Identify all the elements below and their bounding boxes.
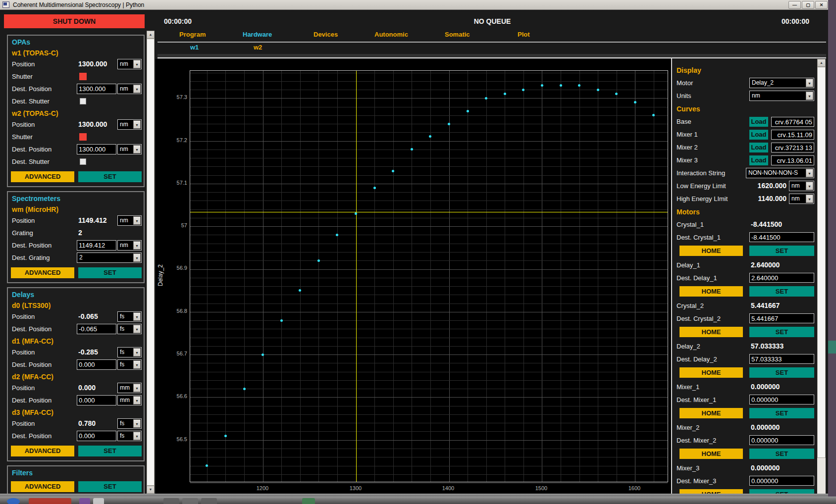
units-select[interactable]: nm ▼	[749, 91, 814, 101]
unit-select[interactable]: nm▼	[117, 84, 142, 94]
unit-select[interactable]: nm▼	[117, 144, 142, 154]
unit-select[interactable]: fs▼	[117, 431, 142, 441]
motor-dest-input[interactable]	[749, 395, 814, 404]
app-icon-6[interactable]	[302, 498, 315, 504]
tab-devices[interactable]: Devices	[314, 31, 338, 38]
chevron-down-icon[interactable]: ▼	[133, 396, 141, 404]
curve-file-field[interactable]	[771, 155, 814, 165]
tab-hardware[interactable]: Hardware	[243, 31, 272, 38]
chevron-down-icon[interactable]: ▼	[806, 182, 813, 190]
motor-dest-input[interactable]	[749, 232, 814, 242]
set-button[interactable]: SET	[749, 449, 814, 459]
advanced-button[interactable]: ADVANCED	[11, 446, 74, 456]
chevron-down-icon[interactable]: ▼	[133, 120, 141, 129]
unit-select[interactable]: nm▼	[117, 240, 142, 251]
close-button[interactable]: ✕	[815, 1, 828, 9]
curve-file-field[interactable]	[771, 117, 814, 127]
motor-dest-input[interactable]	[749, 273, 814, 283]
load-button[interactable]: Load	[749, 130, 768, 140]
motor-dest-input[interactable]	[749, 476, 814, 486]
advanced-button[interactable]: ADVANCED	[11, 171, 74, 182]
browser-button[interactable]	[29, 498, 71, 504]
advanced-button[interactable]: ADVANCED	[11, 267, 74, 278]
home-button[interactable]: HOME	[679, 367, 743, 378]
dest-shutter-checkbox[interactable]	[80, 158, 86, 165]
grating-select[interactable]: 2▼	[77, 252, 142, 263]
home-button[interactable]: HOME	[679, 408, 743, 418]
dest-position-input[interactable]	[77, 431, 116, 441]
interaction-string-select[interactable]: NON-NON-NON-S ▼	[746, 168, 814, 178]
motor-dest-input[interactable]	[749, 435, 814, 445]
tab-autonomic[interactable]: Autonomic	[374, 31, 408, 38]
chevron-down-icon[interactable]: ▼	[133, 360, 141, 369]
chevron-down-icon[interactable]: ▼	[133, 253, 141, 262]
unit-select[interactable]: fs▼	[117, 418, 142, 429]
unit-select[interactable]: fs▼	[117, 324, 142, 334]
curve-file-field[interactable]	[771, 130, 814, 140]
panel-scrollbar[interactable]: ▲ ▼	[817, 59, 826, 504]
home-button[interactable]: HOME	[679, 286, 743, 297]
chevron-down-icon[interactable]: ▼	[133, 241, 141, 250]
app-icon-1[interactable]	[79, 498, 90, 504]
chevron-down-icon[interactable]: ▼	[133, 419, 141, 428]
unit-select[interactable]: nm▼	[117, 59, 142, 69]
motor-dest-input[interactable]	[749, 354, 814, 364]
dest-shutter-checkbox[interactable]	[80, 98, 86, 104]
chevron-down-icon[interactable]: ▼	[806, 195, 813, 203]
chevron-down-icon[interactable]: ▼	[133, 60, 141, 68]
unit-select[interactable]: fs▼	[117, 347, 142, 357]
chevron-down-icon[interactable]: ▼	[133, 348, 141, 356]
unit-select[interactable]: fs▼	[117, 359, 142, 370]
unit-select[interactable]: mm▼	[117, 383, 142, 393]
set-button[interactable]: SET	[78, 446, 142, 456]
tab-program[interactable]: Program	[179, 31, 206, 38]
scroll-up-icon[interactable]: ▲	[147, 31, 155, 39]
high-energy-unit-select[interactable]: nm ▼	[789, 194, 814, 204]
sidebar-scrollbar[interactable]: ▲ ▼	[147, 31, 155, 494]
scrollbar-thumb[interactable]	[147, 39, 155, 486]
tab-somatic[interactable]: Somatic	[445, 31, 470, 38]
load-button[interactable]: Load	[749, 143, 768, 152]
subtab-w1[interactable]: w1	[190, 44, 199, 51]
chevron-down-icon[interactable]: ▼	[806, 169, 813, 177]
set-button[interactable]: SET	[749, 327, 814, 337]
minimize-button[interactable]: —	[788, 1, 801, 9]
chevron-down-icon[interactable]: ▼	[133, 325, 141, 333]
app-icon-5[interactable]	[201, 498, 217, 504]
taskbar[interactable]	[0, 497, 836, 504]
unit-select[interactable]: mm▼	[117, 395, 142, 405]
load-button[interactable]: Load	[749, 155, 768, 165]
chevron-down-icon[interactable]: ▼	[133, 85, 141, 93]
app-icon-4[interactable]	[182, 498, 198, 504]
app-icon-2[interactable]	[93, 498, 104, 504]
start-orb[interactable]	[7, 498, 20, 504]
low-energy-unit-select[interactable]: nm ▼	[789, 181, 814, 191]
chevron-down-icon[interactable]: ▼	[806, 92, 813, 100]
home-button[interactable]: HOME	[679, 246, 743, 256]
scroll-down-icon[interactable]: ▼	[147, 486, 155, 494]
dest-position-input[interactable]	[77, 359, 116, 370]
home-button[interactable]: HOME	[679, 449, 743, 459]
curve-file-field[interactable]	[771, 143, 814, 152]
calibration-plot[interactable]: Delay_2 nm 57.357.257.15756.956.856.756.…	[156, 59, 671, 504]
chevron-down-icon[interactable]: ▼	[133, 216, 141, 225]
motor-dest-input[interactable]	[749, 313, 814, 323]
motor-select[interactable]: Delay_2 ▼	[749, 78, 814, 88]
set-button[interactable]: SET	[78, 481, 142, 492]
dest-position-input[interactable]	[77, 324, 116, 334]
set-button[interactable]: SET	[749, 408, 814, 418]
home-button[interactable]: HOME	[679, 327, 743, 337]
chevron-down-icon[interactable]: ▼	[133, 384, 141, 392]
set-button[interactable]: SET	[78, 171, 142, 182]
dest-position-input[interactable]	[77, 240, 116, 251]
chevron-down-icon[interactable]: ▼	[133, 145, 141, 153]
dest-position-input[interactable]	[77, 144, 116, 154]
app-icon-3[interactable]	[163, 498, 179, 504]
chevron-down-icon[interactable]: ▼	[806, 79, 813, 87]
load-button[interactable]: Load	[749, 117, 768, 127]
set-button[interactable]: SET	[749, 367, 814, 378]
advanced-button[interactable]: ADVANCED	[11, 481, 74, 492]
unit-select[interactable]: nm▼	[117, 119, 142, 130]
chevron-down-icon[interactable]: ▼	[133, 432, 141, 440]
scrollbar-thumb[interactable]	[817, 67, 826, 458]
